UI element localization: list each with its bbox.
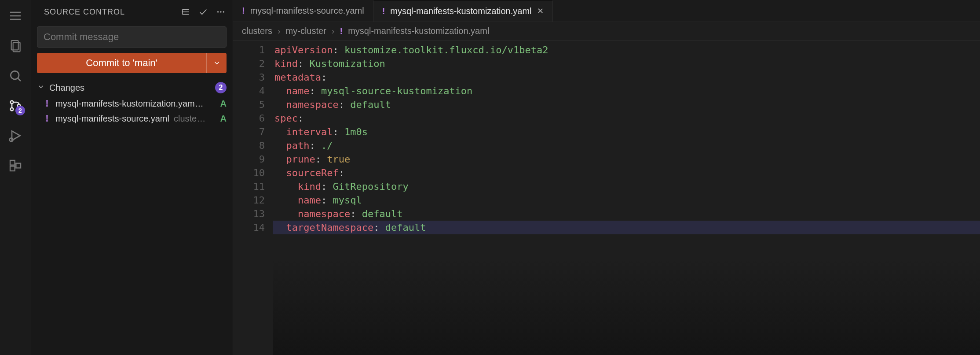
changes-section-header[interactable]: Changes 2 [31, 79, 233, 96]
line-number: 2 [233, 57, 265, 70]
line-number: 13 [233, 207, 265, 221]
svg-rect-14 [16, 163, 21, 168]
more-actions-icon[interactable] [215, 6, 227, 18]
modified-icon: ! [43, 113, 51, 124]
line-number: 12 [233, 193, 265, 207]
code-line[interactable]: name: mysql-source-kustomization [273, 84, 980, 98]
change-file-name: mysql-manifests-kustomization.yam… [55, 99, 204, 109]
commit-button-chevron[interactable] [206, 53, 227, 73]
modified-icon: ! [43, 98, 51, 109]
line-number: 5 [233, 98, 265, 111]
breadcrumb-item[interactable]: clusters [242, 26, 272, 36]
line-number: 3 [233, 70, 265, 84]
explorer-icon[interactable] [5, 35, 26, 56]
line-number: 8 [233, 139, 265, 152]
code-line[interactable]: sourceRef: [273, 166, 980, 180]
line-number: 6 [233, 111, 265, 125]
code-line[interactable]: name: mysql [273, 193, 980, 207]
commit-message-input[interactable] [37, 26, 227, 48]
commit-button[interactable]: Commit to 'main' [37, 53, 206, 73]
change-row[interactable]: !mysql-manifests-kustomization.yam…A [31, 96, 233, 111]
source-control-panel: SOURCE CONTROL Commit to 'main' [31, 0, 233, 355]
breadcrumb-item[interactable]: my-cluster [286, 26, 326, 36]
breadcrumb-file[interactable]: mysql-manifests-kustomization.yaml [348, 26, 489, 36]
chevron-right-icon: › [278, 26, 281, 36]
modified-icon: ! [340, 26, 343, 36]
svg-rect-13 [10, 166, 15, 171]
svg-point-7 [11, 101, 14, 104]
chevron-down-icon [37, 83, 45, 93]
line-number: 14 [233, 221, 265, 234]
line-number: 10 [233, 166, 265, 180]
code-line[interactable]: namespace: default [273, 207, 980, 221]
tab-label: mysql-manifests-source.yaml [250, 6, 364, 16]
line-number: 7 [233, 125, 265, 139]
code-line[interactable]: path: ./ [273, 139, 980, 152]
svg-rect-12 [10, 160, 15, 165]
close-icon[interactable]: ✕ [537, 6, 544, 16]
line-number: 11 [233, 180, 265, 193]
code-line[interactable]: prune: true [273, 152, 980, 166]
editor-area: !mysql-manifests-source.yaml!mysql-manif… [233, 0, 980, 355]
code-line[interactable]: metadata: [273, 70, 980, 84]
changes-count-badge: 2 [215, 82, 227, 93]
code-line[interactable]: spec: [273, 111, 980, 125]
tab-label: mysql-manifests-kustomization.yaml [390, 6, 531, 16]
code-line[interactable]: kind: Kustomization [273, 57, 980, 70]
code-line[interactable]: interval: 1m0s [273, 125, 980, 139]
code-line[interactable]: namespace: default [273, 98, 980, 111]
source-control-badge: 2 [15, 106, 25, 115]
change-file-path: cluste… [174, 114, 205, 124]
run-debug-icon[interactable] [5, 125, 26, 146]
code-line[interactable]: targetNamespace: default [273, 221, 980, 234]
panel-title: SOURCE CONTROL [44, 7, 180, 17]
activity-bar: 2 [0, 0, 31, 355]
menu-icon[interactable] [5, 5, 26, 26]
svg-line-6 [18, 78, 21, 81]
modified-icon: ! [382, 6, 385, 16]
changes-label: Changes [49, 83, 215, 93]
code-editor[interactable]: 1234567891011121314 apiVersion: kustomiz… [233, 41, 980, 355]
fade-overlay [273, 258, 980, 355]
source-control-icon[interactable]: 2 [5, 95, 26, 116]
line-number: 1 [233, 43, 265, 57]
code-line[interactable]: kind: GitRepository [273, 180, 980, 193]
breadcrumbs[interactable]: clusters›my-cluster›!mysql-manifests-kus… [233, 22, 980, 41]
line-number: 4 [233, 84, 265, 98]
view-as-tree-icon[interactable] [180, 6, 191, 18]
change-status: A [220, 114, 227, 124]
svg-point-5 [11, 71, 19, 79]
line-number: 9 [233, 152, 265, 166]
code-line[interactable]: apiVersion: kustomize.toolkit.fluxcd.io/… [273, 43, 980, 57]
search-icon[interactable] [5, 65, 26, 86]
modified-icon: ! [242, 6, 245, 16]
line-number-gutter: 1234567891011121314 [233, 41, 273, 355]
code-content[interactable]: apiVersion: kustomize.toolkit.fluxcd.io/… [273, 41, 980, 355]
editor-tab[interactable]: !mysql-manifests-source.yaml [233, 0, 373, 22]
svg-point-8 [11, 108, 14, 111]
extensions-icon[interactable] [5, 155, 26, 176]
change-status: A [220, 99, 227, 109]
svg-point-19 [217, 11, 219, 12]
commit-check-icon[interactable] [197, 6, 209, 18]
change-row[interactable]: !mysql-manifests-source.yamlcluste…A [31, 111, 233, 126]
svg-point-21 [223, 11, 224, 12]
editor-tab[interactable]: !mysql-manifests-kustomization.yaml✕ [373, 0, 553, 22]
svg-point-20 [220, 11, 221, 12]
tab-bar: !mysql-manifests-source.yaml!mysql-manif… [233, 0, 980, 22]
change-file-name: mysql-manifests-source.yaml [55, 114, 169, 124]
chevron-right-icon: › [332, 26, 335, 36]
